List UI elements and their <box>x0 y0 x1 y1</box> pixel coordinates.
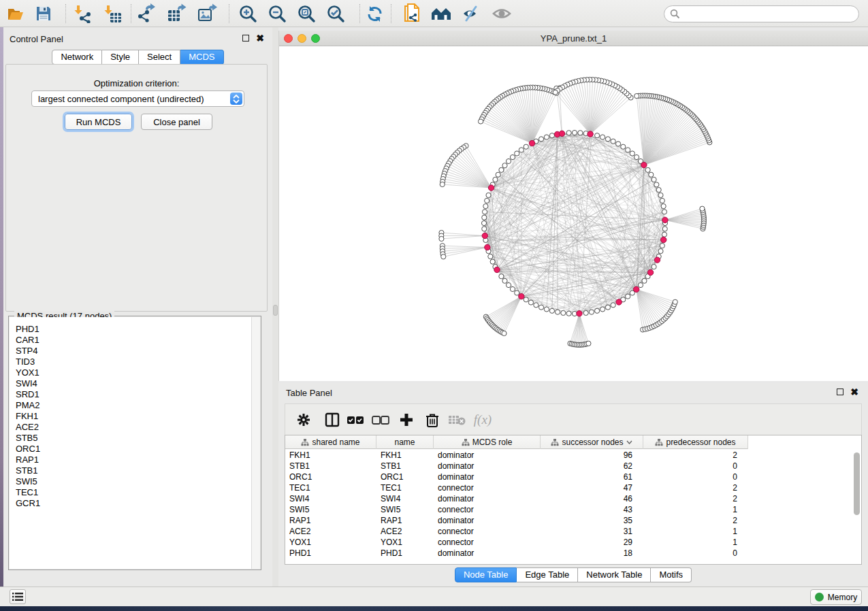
float-panel-icon[interactable] <box>837 389 843 395</box>
zoom-fit-icon[interactable] <box>295 2 318 25</box>
network-node[interactable] <box>482 210 487 214</box>
table-row[interactable]: RAP1RAP1dominator352 <box>285 515 852 526</box>
export-image-icon[interactable] <box>196 2 219 25</box>
tab-select[interactable]: Select <box>139 50 180 65</box>
mcds-result-item[interactable]: STB5 <box>16 433 260 444</box>
run-mcds-button[interactable]: Run MCDS <box>65 114 132 130</box>
network-node[interactable] <box>490 259 495 264</box>
network-node[interactable] <box>539 305 543 310</box>
mcds-result-item[interactable]: FKH1 <box>16 411 260 422</box>
network-node[interactable] <box>544 135 549 139</box>
network-node[interactable] <box>528 300 533 305</box>
column-header-MCDS-role[interactable]: MCDS role <box>434 435 541 449</box>
network-node[interactable] <box>440 182 445 186</box>
column-header-successor-nodes[interactable]: successor nodes <box>541 435 643 449</box>
mcds-result-item[interactable]: GCR1 <box>16 498 260 509</box>
show-eye-icon[interactable] <box>490 2 513 25</box>
mcds-result-item[interactable]: TEC1 <box>16 487 260 498</box>
zoom-in-icon[interactable] <box>236 2 259 25</box>
network-node[interactable] <box>642 278 647 283</box>
table-row[interactable]: STB1STB1dominator620 <box>285 461 852 472</box>
mcds-result-item[interactable]: ORC1 <box>16 444 260 455</box>
network-node[interactable] <box>506 282 511 287</box>
network-node[interactable] <box>549 133 554 138</box>
mcds-result-item[interactable]: SWI5 <box>16 476 260 487</box>
zoom-selected-icon[interactable] <box>324 2 347 25</box>
network-node[interactable] <box>658 193 663 197</box>
network-window-titlebar[interactable]: YPA_prune.txt_1 <box>279 31 868 46</box>
network-canvas[interactable] <box>279 46 868 381</box>
network-node[interactable] <box>611 139 615 144</box>
network-node[interactable] <box>534 303 539 308</box>
table-row[interactable]: ACE2ACE2connector311 <box>285 526 852 537</box>
mcds-result-item[interactable]: CAR1 <box>16 335 260 346</box>
network-node[interactable] <box>566 311 571 316</box>
delete-icon[interactable] <box>422 410 443 430</box>
network-node[interactable] <box>519 148 524 152</box>
tab-network[interactable]: Network <box>52 50 102 65</box>
close-panel-icon[interactable]: ✖ <box>850 389 858 395</box>
network-node[interactable] <box>586 341 591 346</box>
network-node[interactable] <box>660 243 664 248</box>
tab-network-table[interactable]: Network Table <box>578 567 651 582</box>
network-hub-node[interactable] <box>588 131 593 137</box>
mcds-result-item[interactable]: TID3 <box>16 357 260 367</box>
open-file-icon[interactable] <box>3 2 27 25</box>
network-hub-node[interactable] <box>647 269 653 275</box>
network-hub-node[interactable] <box>482 233 487 238</box>
mcds-result-item[interactable]: YOX1 <box>16 367 260 378</box>
network-node[interactable] <box>652 177 656 182</box>
mcds-result-item[interactable]: SRD1 <box>16 389 260 400</box>
network-node[interactable] <box>478 119 483 124</box>
network-node[interactable] <box>700 206 705 211</box>
column-header-predecessor-nodes[interactable]: predecessor nodes <box>643 435 748 449</box>
network-node[interactable] <box>615 142 620 146</box>
network-node[interactable] <box>662 227 667 231</box>
network-node[interactable] <box>654 182 659 187</box>
float-panel-icon[interactable] <box>242 35 249 42</box>
network-node[interactable] <box>549 308 554 313</box>
network-hub-node[interactable] <box>577 311 582 316</box>
delete-table-icon[interactable] <box>447 410 467 430</box>
network-hub-node[interactable] <box>661 237 666 242</box>
search-input[interactable] <box>680 7 858 21</box>
network-node[interactable] <box>439 236 444 241</box>
import-table-icon[interactable] <box>101 2 125 25</box>
network-node[interactable] <box>482 215 487 220</box>
network-node[interactable] <box>634 154 639 159</box>
network-node[interactable] <box>515 291 519 295</box>
share-document-icon[interactable] <box>400 2 423 25</box>
network-node[interactable] <box>510 286 515 291</box>
network-node[interactable] <box>658 248 663 253</box>
table-row[interactable]: ORC1ORC1dominator610 <box>285 472 852 482</box>
network-node[interactable] <box>482 227 487 231</box>
network-node[interactable] <box>673 299 677 304</box>
add-column-icon[interactable] <box>396 410 417 430</box>
network-hub-node[interactable] <box>529 140 534 146</box>
mcds-result-item[interactable]: PHD1 <box>16 324 260 335</box>
network-node[interactable] <box>572 130 577 135</box>
mcds-result-item[interactable]: STP4 <box>16 346 260 357</box>
hide-glasses-icon[interactable] <box>460 2 483 25</box>
network-node[interactable] <box>656 187 661 192</box>
network-node[interactable] <box>630 151 634 156</box>
column-header-shared-name[interactable]: shared name <box>285 435 376 449</box>
network-node[interactable] <box>660 198 664 203</box>
network-hub-node[interactable] <box>634 286 639 292</box>
tab-mcds[interactable]: MCDS <box>180 50 223 65</box>
network-node[interactable] <box>506 159 511 163</box>
column-header-name[interactable]: name <box>376 435 434 449</box>
close-panel-icon[interactable]: ✖ <box>256 35 264 42</box>
network-node[interactable] <box>524 297 528 302</box>
network-node[interactable] <box>544 307 549 312</box>
refresh-layout-icon[interactable] <box>363 2 386 25</box>
network-node[interactable] <box>486 193 491 197</box>
close-panel-button[interactable]: Close panel <box>141 114 212 130</box>
memory-button[interactable]: Memory <box>810 589 862 605</box>
network-node[interactable] <box>649 172 654 177</box>
network-node[interactable] <box>481 220 486 225</box>
network-node[interactable] <box>600 135 605 139</box>
network-node[interactable] <box>578 131 583 135</box>
select-all-icon[interactable] <box>345 410 366 430</box>
deselect-all-icon[interactable] <box>370 410 391 430</box>
